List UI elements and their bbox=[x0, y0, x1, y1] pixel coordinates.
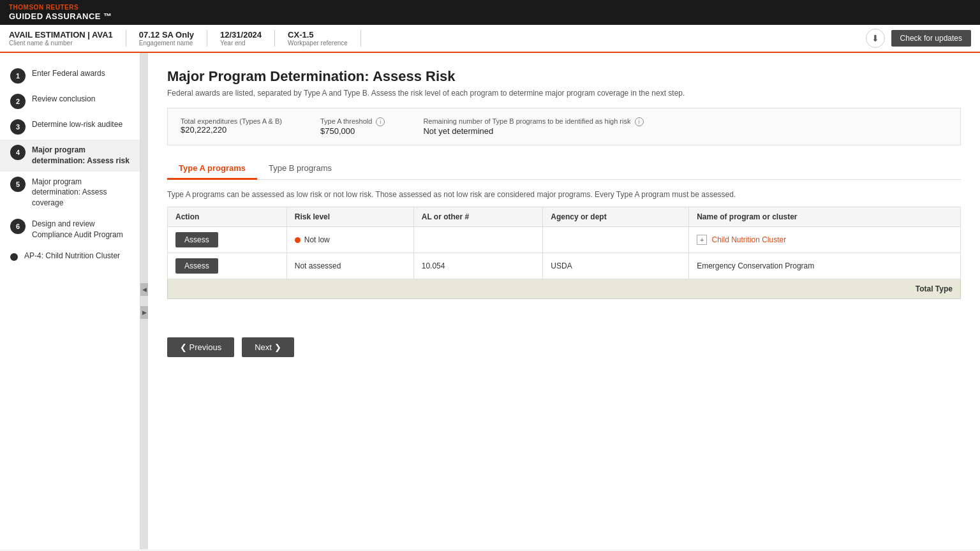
check-updates-button[interactable]: Check for updates bbox=[891, 30, 971, 47]
row2-agency: USDA bbox=[543, 253, 689, 279]
row1-agency bbox=[543, 227, 689, 253]
header-year-end: 12/31/2024 Year end bbox=[207, 30, 275, 47]
col-al-other: AL or other # bbox=[413, 207, 543, 227]
row1-action: Assess bbox=[168, 227, 287, 253]
header-client: AVAIL ESTIMATION | AVA1 Client name & nu… bbox=[9, 30, 126, 47]
sidebar-label-3: Determine low-risk auditee bbox=[32, 119, 122, 130]
step-circle-2: 2 bbox=[10, 94, 26, 109]
workpaper-label: Workpaper reference bbox=[288, 40, 348, 47]
page-subtitle: Federal awards are listed, separated by … bbox=[167, 89, 961, 98]
risk-label-1: Not low bbox=[304, 235, 330, 244]
sidebar-item-2[interactable]: 2 Review conclusion bbox=[0, 89, 140, 114]
row1-program: + Child Nutrition Cluster bbox=[689, 227, 961, 253]
sidebar-item-3[interactable]: 3 Determine low-risk auditee bbox=[0, 114, 140, 140]
info-type-a-threshold: Type A threshold i $750,000 bbox=[320, 117, 385, 136]
col-agency: Agency or dept bbox=[543, 207, 689, 227]
step-circle-6: 6 bbox=[10, 219, 26, 234]
header-bar: AVAIL ESTIMATION | AVA1 Client name & nu… bbox=[0, 25, 980, 53]
sidebar-item-5[interactable]: 5 Major program determination: Assess co… bbox=[0, 172, 140, 214]
table-header-row: Action Risk level AL or other # Agency o… bbox=[168, 207, 961, 227]
row2-risk: Not assessed bbox=[286, 253, 413, 279]
brand-bottom: GUIDED ASSURANCE ™ bbox=[9, 11, 112, 21]
programs-table: Action Risk level AL or other # Agency o… bbox=[167, 207, 961, 299]
remaining-info-icon[interactable]: i bbox=[635, 117, 644, 126]
tab-type-b[interactable]: Type B programs bbox=[257, 158, 343, 180]
assess-button-1[interactable]: Assess bbox=[175, 232, 218, 247]
row1-risk: Not low bbox=[286, 227, 413, 253]
workpaper-ref: CX-1.5 bbox=[288, 30, 348, 40]
sidebar-item-ap4[interactable]: AP-4: Child Nutrition Cluster bbox=[0, 246, 140, 267]
type-a-threshold-label: Type A threshold i bbox=[320, 117, 385, 126]
previous-button[interactable]: ❮ Previous bbox=[167, 337, 234, 357]
tabs: Type A programs Type B programs bbox=[167, 158, 961, 180]
col-action: Action bbox=[168, 207, 287, 227]
remaining-label: Remaining number of Type B programs to b… bbox=[423, 117, 643, 126]
total-row: Total Type bbox=[168, 279, 961, 299]
content-area: Major Program Determination: Assess Risk… bbox=[148, 53, 980, 549]
row2-action: Assess bbox=[168, 253, 287, 279]
nav-buttons: ❮ Previous Next ❯ bbox=[167, 325, 961, 357]
total-exp-label: Total expenditures (Types A & B) bbox=[181, 117, 282, 125]
year-end-label: Year end bbox=[220, 40, 262, 47]
sidebar-label-ap4: AP-4: Child Nutrition Cluster bbox=[24, 251, 120, 261]
step-circle-1: 1 bbox=[10, 68, 26, 84]
sidebar: 1 Enter Federal awards 2 Review conclusi… bbox=[0, 53, 140, 549]
next-button[interactable]: Next ❯ bbox=[242, 337, 293, 357]
col-program-name: Name of program or cluster bbox=[689, 207, 961, 227]
info-remaining: Remaining number of Type B programs to b… bbox=[423, 117, 643, 136]
expand-icon-1[interactable]: + bbox=[697, 235, 707, 245]
risk-label-2: Not assessed bbox=[295, 261, 341, 270]
risk-dot-1 bbox=[295, 237, 301, 243]
client-label: Client name & number bbox=[9, 40, 113, 47]
engagement-label: Engagement name bbox=[139, 40, 194, 47]
type-a-threshold-value: $750,000 bbox=[320, 126, 385, 136]
sidebar-label-5: Major program determination: Assess cove… bbox=[32, 177, 130, 209]
tab-description: Type A programs can be assessed as low r… bbox=[167, 190, 961, 199]
header-engagement: 07.12 SA Only Engagement name bbox=[126, 30, 207, 47]
collapse-left-btn[interactable]: ◀ bbox=[140, 283, 148, 296]
year-end-value: 12/31/2024 bbox=[220, 30, 262, 40]
client-name: AVAIL ESTIMATION | AVA1 bbox=[9, 30, 113, 40]
header-actions: ⬇ Check for updates bbox=[866, 29, 971, 48]
row2-al: 10.054 bbox=[413, 253, 543, 279]
remaining-value: Not yet determined bbox=[423, 126, 643, 136]
info-box: Total expenditures (Types A & B) $20,222… bbox=[167, 108, 961, 145]
sidebar-label-1: Enter Federal awards bbox=[32, 68, 105, 79]
sidebar-label-6: Design and review Compliance Audit Progr… bbox=[32, 219, 130, 240]
assess-button-2[interactable]: Assess bbox=[175, 258, 218, 274]
table-row: Assess Not low + Child Nutrition Cluster bbox=[168, 227, 961, 253]
resize-handle[interactable]: ◀ ▶ bbox=[140, 53, 148, 549]
sidebar-item-6[interactable]: 6 Design and review Compliance Audit Pro… bbox=[0, 214, 140, 246]
download-button[interactable]: ⬇ bbox=[866, 29, 885, 48]
brand-top: THOMSON REUTERS bbox=[9, 4, 112, 11]
sidebar-label-4: Major program determination: Assess risk bbox=[32, 145, 130, 166]
risk-badge-1: Not low bbox=[295, 235, 406, 244]
col-risk-level: Risk level bbox=[286, 207, 413, 227]
table-row: Assess Not assessed 10.054 USDA Emergenc… bbox=[168, 253, 961, 279]
sidebar-item-4[interactable]: 4 Major program determination: Assess ri… bbox=[0, 140, 140, 172]
row2-program: Emergency Conservation Program bbox=[689, 253, 961, 279]
main-layout: 1 Enter Federal awards 2 Review conclusi… bbox=[0, 53, 980, 549]
page-title: Major Program Determination: Assess Risk bbox=[167, 68, 961, 85]
info-total-expenditures: Total expenditures (Types A & B) $20,222… bbox=[181, 117, 282, 136]
brand-bar: THOMSON REUTERS GUIDED ASSURANCE ™ bbox=[0, 0, 980, 25]
step-circle-5: 5 bbox=[10, 177, 26, 192]
tab-type-a[interactable]: Type A programs bbox=[167, 158, 257, 180]
cluster-link-1[interactable]: Child Nutrition Cluster bbox=[711, 235, 786, 244]
sidebar-item-1[interactable]: 1 Enter Federal awards bbox=[0, 63, 140, 89]
step-circle-3: 3 bbox=[10, 119, 26, 135]
engagement-name: 07.12 SA Only bbox=[139, 30, 194, 40]
step-circle-4: 4 bbox=[10, 145, 26, 160]
sidebar-label-2: Review conclusion bbox=[32, 94, 95, 105]
header-workpaper: CX-1.5 Workpaper reference bbox=[275, 30, 361, 47]
total-exp-value: $20,222,220 bbox=[181, 125, 282, 135]
total-label: Total Type bbox=[168, 279, 961, 299]
expand-right-btn[interactable]: ▶ bbox=[140, 306, 148, 319]
row1-al bbox=[413, 227, 543, 253]
type-a-info-icon[interactable]: i bbox=[376, 117, 385, 126]
step-circle-dot bbox=[10, 253, 18, 261]
brand-logo: THOMSON REUTERS GUIDED ASSURANCE ™ bbox=[9, 4, 112, 21]
